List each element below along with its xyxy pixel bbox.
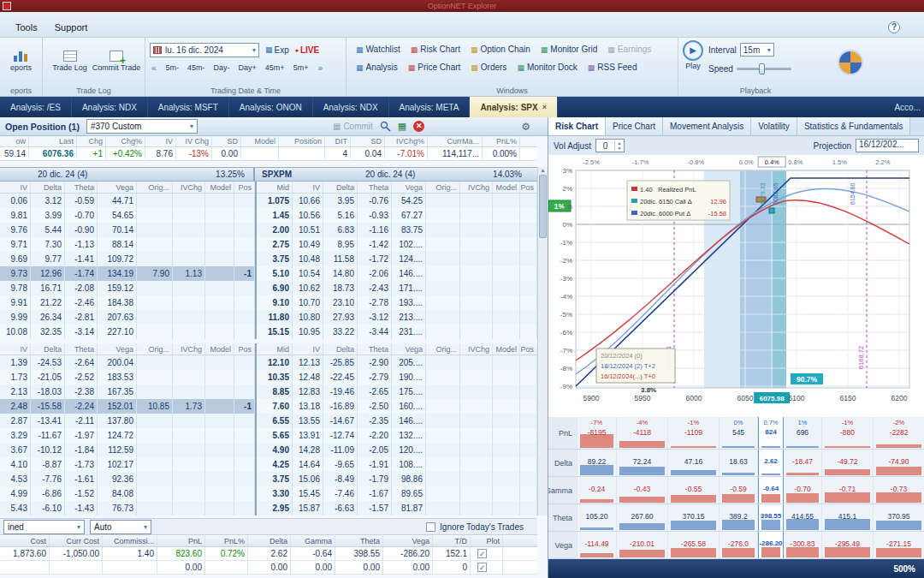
position-selector[interactable]: #370 Custom ▾ [86, 119, 198, 134]
time-step-45mplus[interactable]: 45m+ [261, 62, 289, 74]
greek-pct: -2% [874, 419, 924, 426]
risk-tab-movement-analysis[interactable]: Movement Analysis [663, 117, 751, 135]
option-row[interactable]: 1.73-21.05-2.52183.5310.3512.48-22.45-2.… [0, 370, 537, 384]
plot-checkbox[interactable]: ✓ [477, 549, 487, 558]
greek-cell: -7%-8195 [578, 417, 617, 449]
time-step-Dayminus[interactable]: Day- [210, 62, 234, 74]
live-indicator[interactable]: ● LIVE [295, 45, 319, 55]
exp-date-right: 20 dic. 24 (4) [365, 170, 415, 179]
option-row[interactable]: 3.67-10.12-1.84112.594.9014.28-11.09-2.0… [0, 443, 537, 457]
symbol-label: SPXPM [262, 170, 292, 179]
scrollbar-thumb[interactable] [539, 175, 547, 238]
compass-icon[interactable] [838, 50, 863, 75]
option-row[interactable]: 4.53-7.76-1.6192.363.7515.06-8.49-1.7998… [0, 472, 537, 486]
settings-button[interactable]: ⚙ [521, 121, 530, 133]
time-step-5mminus[interactable]: 5m- [162, 62, 184, 74]
search-button[interactable] [380, 121, 391, 132]
window-toggle-orders[interactable]: ▦Orders [465, 61, 512, 74]
option-row[interactable]: 2.13-18.03-2.38167.358.8512.83-19.46-2.6… [0, 384, 537, 399]
interval-select[interactable]: 15m ▾ [740, 43, 774, 57]
option-row[interactable]: 10.0832.35-3.14227.1015.1510.9533.22-3.4… [0, 325, 537, 339]
reports-button[interactable]: eports [4, 40, 38, 81]
option-row[interactable]: 9.765.44-0.9070.142.0010.516.83-1.1683.7… [0, 223, 537, 237]
ignore-trades-checkbox[interactable] [426, 522, 435, 532]
tab-analysis-1[interactable]: Analysis: /ES [0, 97, 72, 117]
speed-slider-thumb[interactable] [759, 63, 765, 74]
spin-down-icon[interactable]: ▼ [615, 146, 624, 151]
scroll-up-icon[interactable]: ▲ [538, 167, 548, 173]
risk-tab-price-chart[interactable]: Price Chart [606, 117, 663, 135]
summary-row[interactable]: 0.000.000.000.000.000✓ [0, 561, 537, 575]
group-label-tradelog: Trade Log [43, 86, 145, 95]
window-toggle-risk-chart[interactable]: ▦Risk Chart [406, 43, 465, 56]
vol-adjust-spinner[interactable]: 0 ▲▼ [595, 139, 625, 152]
option-cell [173, 384, 205, 399]
combined-dropdown[interactable]: ined ▾ [3, 520, 85, 534]
summary-row[interactable]: 1,873.60-1,050.001.40823.600.72%2.62-0.6… [0, 547, 537, 561]
risk-chart[interactable]: 5980.81 6168.72 6079.33 6082.85 6154.60 … [548, 155, 924, 417]
option-row[interactable]: 4.10-8.87-1.73102.174.2514.64-9.65-1.911… [0, 457, 537, 472]
window-toggle-price-chart[interactable]: ▦Price Chart [403, 61, 466, 74]
export-button[interactable]: ▦ [398, 121, 406, 132]
plot-checkbox[interactable]: ✓ [477, 563, 487, 572]
trading-date-input[interactable]: lu. 16 dic. 2024 ▾ [150, 43, 259, 57]
option-row[interactable]: 4.99-6.86-1.5284.083.3015.45-7.46-1.6789… [0, 486, 537, 501]
window-toggle-watchlist[interactable]: ▦Watchlist [351, 43, 406, 56]
tab-analysis-3[interactable]: Analysis: MSFT [148, 97, 229, 117]
time-step-45mminus[interactable]: 45m- [183, 62, 210, 74]
greek-value: -0.24 [578, 485, 616, 493]
menu-tools[interactable]: Tools [7, 21, 46, 34]
commit-trade-button[interactable]: + Commit Trade [92, 40, 140, 81]
option-row[interactable]: 9.699.77-1.41109.723.7510.4811.58-1.7212… [0, 252, 537, 266]
window-toggle-monitor-dock[interactable]: ▦Monitor Dock [512, 61, 582, 74]
risk-tab-risk-chart[interactable]: Risk Chart [548, 117, 606, 135]
window-toggle-analysis[interactable]: ▦Analysis [351, 61, 403, 74]
tab-analysis-2[interactable]: Analysis: NDX [72, 97, 148, 117]
option-row[interactable]: 9.9926.34-2.81207.6311.8010.8027.93-3.12… [0, 310, 537, 325]
option-row[interactable]: 9.9121.22-2.46184.389.1010.7023.10-2.781… [0, 295, 537, 310]
rewind-icon[interactable]: « [150, 63, 158, 73]
window-toggle-rss-feed[interactable]: ▦RSS Feed [583, 61, 643, 74]
tab-analysis-5[interactable]: Analysis: NDX [313, 97, 389, 117]
commit-button[interactable]: ▦ Commit [333, 122, 373, 131]
expiration-header[interactable]: 20 dic. 24 (4) 13.25% SPXPM 20 dic. 24 (… [0, 167, 537, 182]
close-position-button[interactable]: ✕ [413, 121, 424, 132]
account-button[interactable]: Acco... [894, 97, 924, 117]
option-row[interactable]: 2.87-13.41-2.11137.806.5513.55-14.67-2.3… [0, 414, 537, 428]
option-cell: 7.30 [31, 237, 65, 252]
option-row[interactable]: 3.29-11.67-1.97124.725.6513.91-12.74-2.2… [0, 428, 537, 443]
window-toggle-earnings[interactable]: ▦Earnings [602, 43, 656, 56]
vertical-scrollbar[interactable]: ▲ [537, 167, 548, 515]
option-row[interactable]: 9.717.30-1.1388.142.7510.498.95-1.42102.… [0, 237, 537, 252]
greek-value: -8195 [578, 428, 616, 437]
time-step-5mplus[interactable]: 5m+ [289, 62, 313, 74]
option-cell: 102.17 [98, 457, 137, 472]
option-cell [460, 223, 493, 237]
option-row[interactable]: 0.063.12-0.5944.711.07510.663.95-0.7654.… [0, 194, 537, 208]
option-row[interactable]: 2.48-15.58-2.24152.0110.851.73-17.6013.1… [0, 399, 537, 414]
window-toggle-option-chain[interactable]: ▦Option Chain [465, 43, 536, 56]
tab-analysis-6[interactable]: Analysis: META [389, 97, 471, 117]
greek-bar [671, 470, 716, 475]
menu-support[interactable]: Support [46, 21, 97, 34]
trade-log-button[interactable]: Trade Log [47, 40, 92, 81]
auto-dropdown[interactable]: Auto ▾ [90, 520, 151, 534]
exp-button[interactable]: ▦ Exp [263, 45, 292, 56]
time-step-Dayplus[interactable]: Day+ [234, 62, 261, 74]
window-toggle-monitor-grid[interactable]: ▦Monitor Grid [536, 43, 603, 56]
forward-icon[interactable]: » [316, 63, 324, 73]
risk-tab-statistics-fundamentals[interactable]: Statistics & Fundamentals [797, 117, 911, 135]
play-button[interactable]: ▶ [683, 40, 703, 61]
option-row[interactable]: 1.39-24.53-2.64200.0412.1012.13-25.85-2.… [0, 355, 537, 370]
option-row[interactable]: 9.813.99-0.7054.651.4510.565.16-0.9367.2… [0, 208, 537, 223]
tab-analysis-7[interactable]: Analysis: SPX× [470, 97, 558, 117]
tab-close-icon[interactable]: × [542, 103, 547, 111]
projection-date-input[interactable]: 16/12/202... [856, 139, 919, 152]
option-row[interactable]: 9.7312.96-1.74134.197.901.13-15.1010.541… [0, 266, 537, 281]
option-row[interactable]: 5.43-6.10-1.4376.732.9515.87-6.63-1.5781… [0, 501, 537, 515]
tab-analysis-4[interactable]: Analysis: ONON [229, 97, 313, 117]
risk-tab-volatility[interactable]: Volatility [751, 117, 797, 135]
option-row[interactable]: 9.7816.71-2.08159.126.9010.6218.73-2.431… [0, 281, 537, 295]
help-icon[interactable]: ? [888, 21, 900, 33]
speed-slider[interactable] [737, 68, 791, 70]
